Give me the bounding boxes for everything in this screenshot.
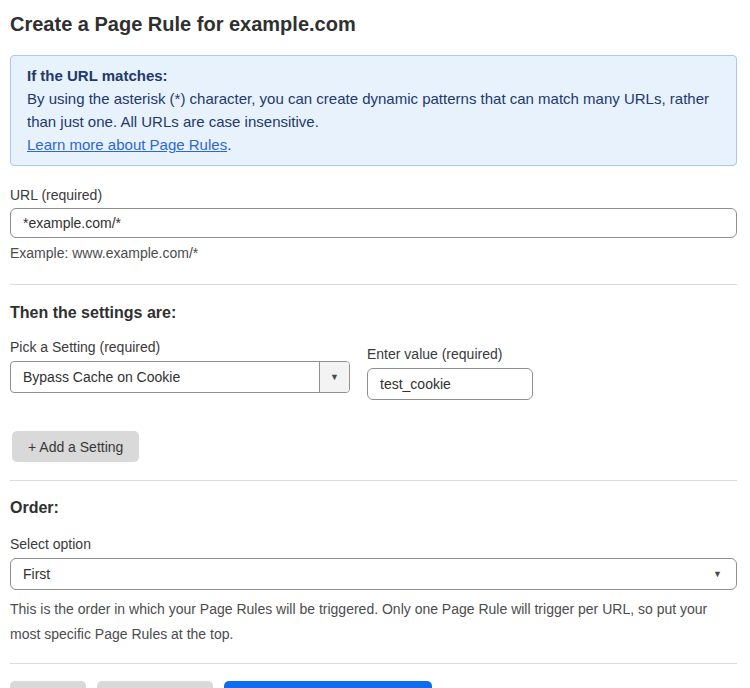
url-example-text: Example: www.example.com/* xyxy=(10,245,737,261)
settings-heading: Then the settings are: xyxy=(10,304,737,322)
settings-row: Pick a Setting (required) Bypass Cache o… xyxy=(10,339,737,400)
notice-body: By using the asterisk (*) character, you… xyxy=(27,87,717,133)
value-label: Enter value (required) xyxy=(367,346,533,362)
order-select-label: Select option xyxy=(10,536,737,552)
chevron-down-icon: ▼ xyxy=(713,570,722,579)
add-setting-button[interactable]: + Add a Setting xyxy=(12,431,139,462)
setting-value-input[interactable] xyxy=(367,368,533,400)
page-rule-form: Create a Page Rule for example.com If th… xyxy=(0,0,750,688)
divider xyxy=(10,480,737,481)
chevron-down-icon: ▼ xyxy=(330,373,339,382)
notice-link-line: Learn more about Page Rules. xyxy=(27,133,720,156)
divider xyxy=(10,663,737,664)
setting-label: Pick a Setting (required) xyxy=(10,339,350,355)
order-select[interactable]: First ▼ xyxy=(10,558,737,590)
link-period: . xyxy=(227,136,231,153)
setting-select-arrow-button[interactable]: ▼ xyxy=(319,362,349,392)
notice-heading: If the URL matches: xyxy=(27,64,720,87)
cancel-button[interactable]: Cancel xyxy=(10,681,86,688)
url-match-notice: If the URL matches: By using the asteris… xyxy=(10,55,737,166)
value-column: Enter value (required) xyxy=(367,346,533,400)
url-input[interactable] xyxy=(10,208,737,238)
save-and-deploy-button[interactable]: Save and Deploy Page Rule xyxy=(224,681,432,688)
page-title: Create a Page Rule for example.com xyxy=(10,12,737,36)
save-as-draft-button[interactable]: Save as Draft xyxy=(97,681,214,688)
setting-select[interactable]: Bypass Cache on Cookie ▼ xyxy=(10,361,350,393)
order-help-text: This is the order in which your Page Rul… xyxy=(10,597,734,647)
order-select-value: First xyxy=(11,566,736,582)
setting-column: Pick a Setting (required) Bypass Cache o… xyxy=(10,339,350,393)
action-buttons-row: Cancel Save as Draft Save and Deploy Pag… xyxy=(10,681,737,688)
url-label: URL (required) xyxy=(10,187,737,203)
divider xyxy=(10,284,737,285)
order-heading: Order: xyxy=(10,499,737,517)
setting-select-value: Bypass Cache on Cookie xyxy=(11,369,319,385)
learn-more-link[interactable]: Learn more about Page Rules xyxy=(27,136,227,153)
